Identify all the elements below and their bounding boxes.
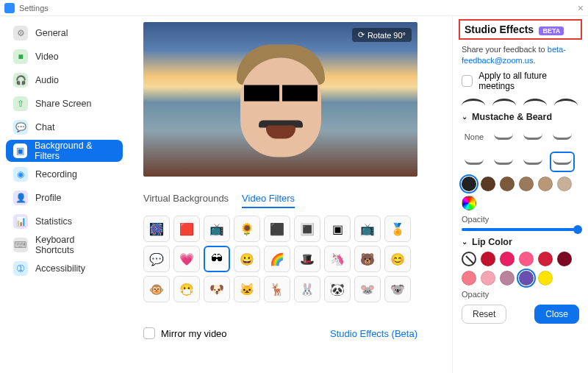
apply-all-meetings-checkbox[interactable] (462, 75, 473, 87)
gear-icon: ⚙ (13, 26, 28, 40)
lip-color-swatch[interactable] (557, 252, 572, 266)
video-filter-item[interactable]: 🐭 (354, 276, 381, 302)
eyebrow-option[interactable] (492, 99, 516, 106)
video-filter-item[interactable]: 🕶 (204, 246, 230, 272)
share-screen-icon: ⇧ (13, 96, 28, 111)
sidebar-item-background-filters[interactable]: ▣Background & Filters (6, 140, 123, 162)
studio-effects-title: Studio Effects (465, 24, 534, 35)
profile-icon: 👤 (13, 191, 28, 205)
reset-button[interactable]: Reset (462, 305, 506, 324)
lip-color-section-header[interactable]: ⌄ Lip Color (462, 237, 579, 247)
sidebar-item-profile[interactable]: 👤Profile (6, 187, 123, 209)
video-filter-item[interactable]: 🔳 (294, 216, 320, 242)
lip-color-swatch[interactable] (462, 271, 476, 285)
video-filter-item[interactable]: 🐵 (143, 276, 170, 302)
tab-virtual-backgrounds[interactable]: Virtual Backgrounds (143, 193, 229, 208)
lip-color-swatch[interactable] (481, 271, 495, 285)
mustache-color-swatch[interactable] (538, 177, 553, 191)
video-filter-item[interactable]: 🦌 (264, 276, 290, 302)
video-filter-item[interactable]: 🐰 (294, 276, 320, 302)
filters-scroll[interactable]: 🎆🟥📺🌻⬛🔳▣📺🏅💬💗🕶😀🌈🎩🦄🐻😊🐵😷🐶🐱🦌🐰🐼🐭🐨 (143, 216, 417, 317)
video-filter-item[interactable]: 🏅 (384, 216, 411, 242)
rotate-button[interactable]: ⟳ Rotate 90° (352, 28, 412, 42)
video-filter-item[interactable]: 🐻 (354, 246, 381, 272)
lip-color-swatch[interactable] (519, 252, 534, 266)
sidebar-item-recording[interactable]: ◉Recording (6, 163, 123, 185)
studio-effects-link[interactable]: Studio Effects (Beta) (330, 328, 417, 339)
video-filter-item[interactable]: 😷 (173, 276, 200, 302)
lip-color-swatch[interactable] (538, 252, 553, 266)
mustache-color-swatch[interactable] (462, 177, 476, 191)
eyebrow-option[interactable] (523, 99, 547, 106)
beta-badge: BETA (539, 26, 564, 35)
eyebrow-option[interactable] (462, 99, 485, 106)
video-filter-item[interactable]: 📺 (204, 216, 230, 242)
mustache-color-swatch[interactable] (557, 177, 572, 191)
video-filter-item[interactable]: ▣ (324, 216, 351, 242)
mirror-video-label: Mirror my video (161, 328, 227, 339)
video-filter-item[interactable]: 📺 (354, 216, 381, 242)
window-close-button[interactable]: × (578, 2, 584, 14)
audio-icon: 🎧 (13, 73, 28, 88)
sidebar-item-video[interactable]: ■Video (6, 46, 123, 68)
mustache-option[interactable] (520, 127, 545, 147)
lip-color-swatch[interactable] (500, 252, 514, 266)
video-filter-item[interactable]: 🐱 (234, 276, 260, 302)
mustache-option[interactable] (491, 127, 516, 147)
lip-color-swatch[interactable] (481, 252, 495, 266)
eyebrow-options-row (462, 99, 579, 106)
video-filter-item[interactable]: 🎩 (294, 246, 320, 272)
sidebar-item-accessibility[interactable]: ➀Accessibility (6, 257, 123, 280)
close-button[interactable]: Close (534, 305, 579, 324)
studio-effects-panel: Studio Effects BETA Share your feedback … (452, 16, 588, 373)
mustache-opacity-slider[interactable] (462, 228, 579, 231)
video-filter-item[interactable]: 🌈 (264, 246, 290, 272)
mustache-section-header[interactable]: ⌄ Mustache & Beard (462, 112, 579, 122)
sidebar-item-keyboard-shortcuts[interactable]: ⌨Keyboard Shortcuts (6, 234, 123, 256)
video-filter-item[interactable]: ⬛ (264, 216, 290, 242)
lip-color-swatch[interactable] (538, 271, 553, 285)
mustache-none[interactable]: None (462, 127, 487, 147)
feedback-text: Share your feedback to beta-feedback@zoo… (462, 44, 579, 66)
sidebar-item-label: Share Screen (35, 99, 91, 109)
studio-effects-header-highlight: Studio Effects BETA (459, 19, 582, 40)
sidebar-item-audio[interactable]: 🎧Audio (6, 69, 123, 91)
sidebar-item-share-screen[interactable]: ⇧Share Screen (6, 93, 123, 115)
video-filter-item[interactable]: 🐨 (384, 276, 411, 302)
mustache-color-swatch[interactable] (481, 177, 495, 191)
color-picker-icon[interactable] (462, 196, 476, 210)
background-filters-icon: ▣ (13, 143, 27, 158)
lip-color-row (462, 252, 579, 285)
sidebar-item-label: General (35, 28, 68, 38)
mustache-color-row (462, 177, 579, 210)
lip-color-none[interactable] (462, 252, 476, 266)
tab-video-filters[interactable]: Video Filters (242, 193, 295, 208)
face-avatar (237, 45, 325, 159)
video-filter-item[interactable]: 💬 (143, 246, 170, 272)
video-filter-item[interactable]: 🌻 (234, 216, 260, 242)
video-filter-item[interactable]: 🦄 (324, 246, 351, 272)
sidebar-item-general[interactable]: ⚙General (6, 22, 123, 44)
lip-color-swatch[interactable] (500, 271, 514, 285)
mirror-video-checkbox[interactable] (143, 327, 155, 339)
sidebar-item-label: Statistics (35, 216, 72, 227)
mustache-option[interactable] (491, 152, 516, 172)
mustache-option[interactable] (550, 152, 575, 172)
video-filter-item[interactable]: 🎆 (143, 216, 170, 242)
mustache-color-swatch[interactable] (519, 177, 534, 191)
video-filter-item[interactable]: 🟥 (173, 216, 200, 242)
eyebrow-option[interactable] (554, 99, 578, 106)
sidebar-item-statistics[interactable]: 📊Statistics (6, 210, 123, 232)
video-filter-item[interactable]: 💗 (173, 246, 200, 272)
video-filter-item[interactable]: 😊 (384, 246, 411, 272)
mustache-option[interactable] (520, 152, 545, 172)
video-filter-item[interactable]: 🐼 (324, 276, 351, 302)
sidebar-item-chat[interactable]: 💬Chat (6, 116, 123, 138)
mustache-option[interactable] (550, 127, 575, 147)
mustache-option[interactable] (462, 152, 487, 172)
video-filter-item[interactable]: 🐶 (204, 276, 230, 302)
sidebar-item-label: Recording (35, 169, 77, 180)
mustache-color-swatch[interactable] (500, 177, 514, 191)
lip-color-swatch[interactable] (519, 271, 534, 285)
video-filter-item[interactable]: 😀 (234, 246, 260, 272)
